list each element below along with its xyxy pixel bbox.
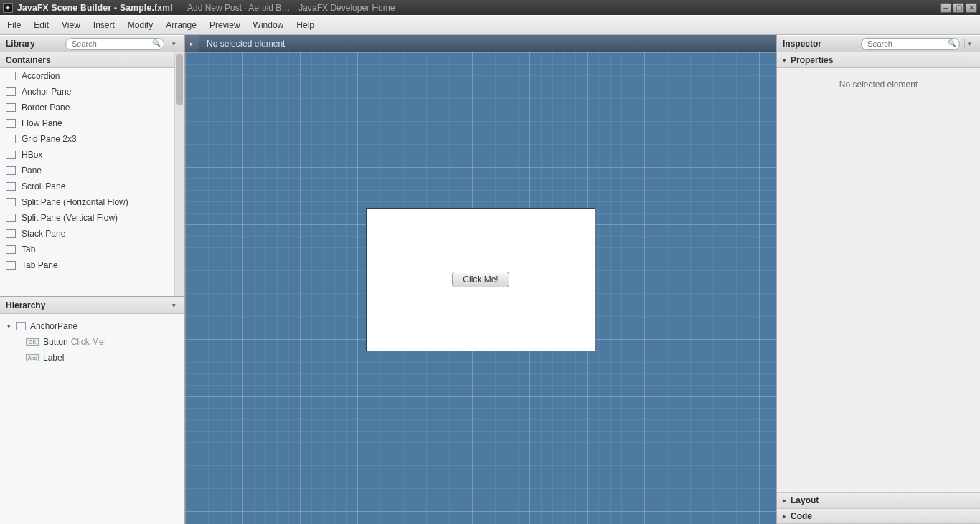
button-node-icon: OK	[26, 338, 39, 346]
disclosure-triangle-icon: ▸	[783, 497, 786, 504]
minimize-button[interactable]: –	[940, 3, 951, 13]
menu-preview[interactable]: Preview	[209, 20, 240, 30]
library-item-accordion[interactable]: Accordion	[0, 68, 184, 84]
library-item-flow-pane[interactable]: Flow Pane	[0, 115, 184, 131]
hierarchy-panel-header: Hierarchy ▾	[0, 297, 184, 314]
bg-tab: Add New Post · Aeroid B…	[187, 3, 290, 13]
library-menu-chevron-icon[interactable]: ▾	[169, 39, 179, 49]
disclosure-triangle-icon: ▾	[783, 57, 786, 64]
container-icon	[6, 229, 16, 238]
container-icon	[6, 72, 16, 80]
library-item-grid-pane[interactable]: Grid Pane 2x3	[0, 131, 184, 147]
label-node-icon: Abc	[26, 354, 39, 361]
container-icon	[6, 103, 16, 112]
hierarchy-menu-chevron-icon[interactable]: ▾	[169, 300, 179, 310]
library-item-split-pane-h[interactable]: Split Pane (Horizontal Flow)	[0, 194, 184, 210]
selection-bar-message: No selected element	[199, 39, 285, 49]
design-button-clickme[interactable]: Click Me!	[452, 272, 509, 287]
hierarchy-tree: ▾ AnchorPane OK Button Click Me! Abc Lab…	[0, 314, 184, 370]
library-item-border-pane[interactable]: Border Pane	[0, 100, 184, 115]
anchorpane-icon	[16, 322, 26, 330]
left-column: Library 🔍 ▾ Containers Accordion Anchor …	[0, 35, 185, 524]
library-item-anchor-pane[interactable]: Anchor Pane	[0, 84, 184, 100]
library-item-tab[interactable]: Tab	[0, 242, 184, 257]
inspector-title: Inspector	[783, 39, 821, 49]
menu-window[interactable]: Window	[253, 20, 284, 30]
inspector-search-input[interactable]	[861, 38, 960, 50]
tree-node-button[interactable]: OK Button Click Me!	[7, 334, 184, 350]
hierarchy-panel: Hierarchy ▾ ▾ AnchorPane OK Button Click…	[0, 296, 184, 524]
search-icon: 🔍	[948, 39, 956, 47]
center-column: ▸ No selected element Click Me!	[185, 35, 776, 524]
container-icon	[6, 151, 16, 159]
container-icon	[6, 87, 16, 96]
menu-file[interactable]: File	[7, 20, 21, 30]
container-icon	[6, 182, 16, 191]
menu-help[interactable]: Help	[296, 20, 314, 30]
container-icon	[6, 214, 16, 222]
properties-empty-message: No selected element	[777, 68, 980, 101]
bg-tab: JavaFX Developer Home	[298, 3, 395, 13]
container-icon	[6, 135, 16, 143]
library-item-split-pane-v[interactable]: Split Pane (Vertical Flow)	[0, 210, 184, 226]
right-column: Inspector 🔍 ▾ ▾ Properties No selected e…	[776, 35, 980, 524]
container-icon	[6, 198, 16, 206]
properties-body: No selected element	[777, 68, 980, 492]
library-title: Library	[6, 39, 35, 49]
library-item-pane[interactable]: Pane	[0, 163, 184, 178]
scrollbar-thumb[interactable]	[176, 54, 183, 105]
library-scrollbar[interactable]	[174, 52, 184, 296]
app-icon: ✦	[3, 3, 13, 13]
library-list: Containers Accordion Anchor Pane Border …	[0, 52, 184, 296]
tree-node-label[interactable]: Abc Label	[7, 350, 184, 366]
selection-bar: ▸ No selected element	[185, 35, 776, 52]
container-icon	[6, 245, 16, 254]
inspector-section-properties[interactable]: ▾ Properties	[777, 52, 980, 68]
library-item-stack-pane[interactable]: Stack Pane	[0, 226, 184, 242]
library-search-input[interactable]	[65, 38, 164, 50]
menu-modify[interactable]: Modify	[128, 20, 153, 30]
menubar: File Edit View Insert Modify Arrange Pre…	[0, 15, 980, 35]
library-item-hbox[interactable]: HBox	[0, 147, 184, 163]
inspector-panel-header: Inspector 🔍 ▾	[777, 35, 980, 52]
menu-view[interactable]: View	[62, 20, 80, 30]
library-section-containers[interactable]: Containers	[0, 52, 184, 68]
disclosure-triangle-icon: ▸	[783, 513, 786, 520]
close-button[interactable]: ✕	[966, 3, 977, 13]
library-item-scroll-pane[interactable]: Scroll Pane	[0, 178, 184, 194]
window-titlebar: ✦ JavaFX Scene Builder - Sample.fxml Add…	[0, 0, 980, 15]
menu-edit[interactable]: Edit	[34, 20, 49, 30]
library-panel-header: Library 🔍 ▾	[0, 35, 184, 52]
library-item-tab-pane[interactable]: Tab Pane	[0, 257, 184, 273]
menu-insert[interactable]: Insert	[93, 20, 115, 30]
background-browser-tabs: Add New Post · Aeroid B… JavaFX Develope…	[187, 3, 395, 13]
maximize-button[interactable]: ▢	[953, 3, 964, 13]
container-icon	[6, 166, 16, 175]
menu-arrange[interactable]: Arrange	[166, 20, 197, 30]
search-icon: 🔍	[152, 39, 161, 47]
inspector-section-layout[interactable]: ▸ Layout	[777, 492, 980, 508]
tree-node-anchorpane[interactable]: ▾ AnchorPane	[7, 318, 184, 334]
inspector-menu-chevron-icon[interactable]: ▾	[964, 39, 974, 49]
selection-bar-chevron-icon[interactable]: ▸	[185, 35, 199, 52]
artboard-anchorpane[interactable]: Click Me!	[366, 208, 595, 351]
disclosure-triangle-icon[interactable]: ▾	[7, 323, 16, 330]
inspector-section-code[interactable]: ▸ Code	[777, 508, 980, 524]
container-icon	[6, 119, 16, 128]
window-title: JavaFX Scene Builder - Sample.fxml	[17, 3, 173, 13]
container-icon	[6, 261, 16, 270]
design-canvas[interactable]: Click Me!	[185, 52, 776, 524]
